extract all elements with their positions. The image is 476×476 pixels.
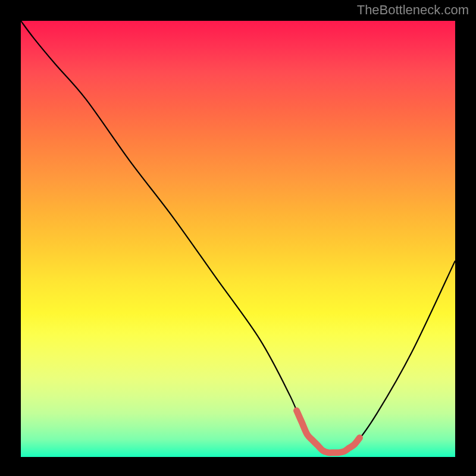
attribution-text: TheBottleneck.com xyxy=(357,2,469,18)
optimal-range-highlight xyxy=(297,411,360,453)
bottleneck-curve-path xyxy=(21,21,455,454)
chart-plot-area xyxy=(21,21,455,457)
bottleneck-curve-svg xyxy=(21,21,455,457)
